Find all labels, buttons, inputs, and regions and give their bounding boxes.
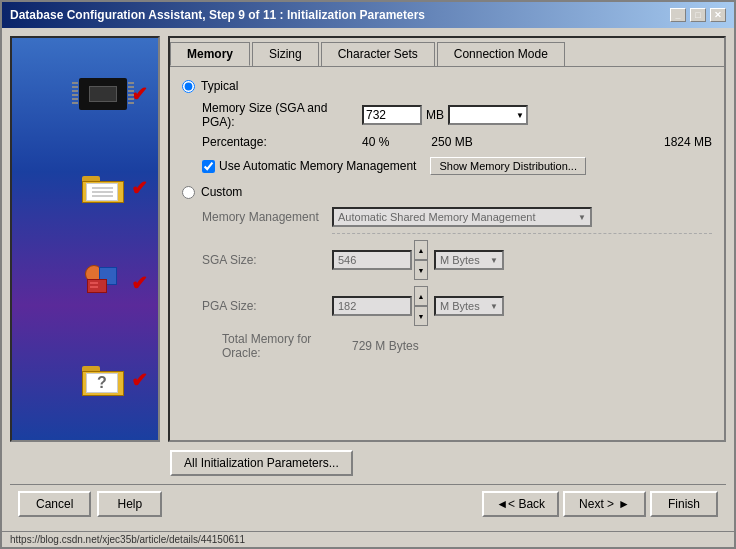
dropdown-arrow: ▼ (516, 111, 524, 120)
tabs-bar: Memory Sizing Character Sets Connection … (170, 38, 724, 66)
main-window: Database Configuration Assistant, Step 9… (0, 0, 736, 549)
percentage-250: 250 MB (412, 135, 492, 149)
title-controls: _ □ ✕ (670, 8, 726, 22)
checkmark-2: ✔ (131, 178, 148, 198)
folder-row-2: ? ✔ (22, 360, 148, 400)
percentage-label: Percentage: (202, 135, 362, 149)
memory-size-label: Memory Size (SGA and PGA): (202, 101, 362, 129)
typical-radio-row: Typical (182, 79, 712, 93)
pga-up[interactable]: ▲ (414, 286, 428, 306)
finish-button[interactable]: Finish (650, 491, 718, 517)
next-button[interactable]: Next > ► (563, 491, 646, 517)
memory-size-unit: MB (426, 108, 444, 122)
sga-unit[interactable]: M Bytes ▼ (434, 250, 504, 270)
help-button[interactable]: Help (97, 491, 162, 517)
percentage-max: 1824 MB (492, 135, 712, 149)
back-button[interactable]: ◄ < Back (482, 491, 559, 517)
typical-radio[interactable] (182, 80, 195, 93)
status-url: https://blog.csdn.net/xjec35b/article/de… (10, 534, 245, 545)
pga-unit[interactable]: M Bytes ▼ (434, 296, 504, 316)
custom-label: Custom (201, 185, 242, 199)
bottom-area: All Initialization Parameters... (10, 442, 726, 484)
percentage-value: 40 % (362, 135, 412, 149)
main-area: ✔ ✔ (10, 36, 726, 442)
mm-dropdown-arrow: ▼ (578, 213, 586, 222)
tab-character-sets[interactable]: Character Sets (321, 42, 435, 66)
all-params-button[interactable]: All Initialization Parameters... (170, 450, 353, 476)
total-value: 729 M Bytes (352, 339, 419, 353)
back-arrow-icon: ◄ (496, 497, 508, 511)
memory-dropdown[interactable]: ▼ (448, 105, 528, 125)
sga-input[interactable] (332, 250, 412, 270)
minimize-button[interactable]: _ (670, 8, 686, 22)
memory-management-dropdown[interactable]: Automatic Shared Memory Management ▼ (332, 207, 592, 227)
left-panel: ✔ ✔ (10, 36, 160, 442)
next-arrow-icon: ► (618, 497, 630, 511)
title-bar: Database Configuration Assistant, Step 9… (2, 2, 734, 28)
tab-memory[interactable]: Memory (170, 42, 250, 66)
memory-management-row: Memory Management Automatic Shared Memor… (202, 207, 712, 227)
pga-label: PGA Size: (202, 299, 332, 313)
total-label: Total Memory for Oracle: (222, 332, 352, 360)
window-body: ✔ ✔ (2, 28, 734, 531)
custom-radio[interactable] (182, 186, 195, 199)
sga-row: SGA Size: ▲ ▼ M Bytes ▼ (202, 240, 712, 280)
close-button[interactable]: ✕ (710, 8, 726, 22)
sga-down[interactable]: ▼ (414, 260, 428, 280)
memory-size-row: Memory Size (SGA and PGA): MB ▼ (202, 101, 712, 129)
checkbox-label: Use Automatic Memory Management (219, 159, 416, 173)
total-row: Total Memory for Oracle: 729 M Bytes (222, 332, 712, 360)
pga-row: PGA Size: ▲ ▼ M Bytes ▼ (202, 286, 712, 326)
sga-up[interactable]: ▲ (414, 240, 428, 260)
custom-radio-row: Custom (182, 185, 712, 199)
chip-row: ✔ (22, 78, 148, 110)
footer-right-buttons: ◄ < Back Next > ► Finish (482, 491, 718, 517)
memory-size-input[interactable] (362, 105, 422, 125)
tab-connection-mode[interactable]: Connection Mode (437, 42, 565, 66)
sga-label: SGA Size: (202, 253, 332, 267)
pga-down[interactable]: ▼ (414, 306, 428, 326)
custom-fields: Memory Management Automatic Shared Memor… (202, 207, 712, 360)
auto-memory-checkbox[interactable] (202, 160, 215, 173)
status-bar: https://blog.csdn.net/xjec35b/article/de… (2, 531, 734, 547)
tab-sizing[interactable]: Sizing (252, 42, 319, 66)
folder-row-1: ✔ (22, 170, 148, 205)
footer-left-buttons: Cancel Help (18, 491, 162, 517)
shapes-row: ✔ (22, 265, 148, 300)
show-memory-button[interactable]: Show Memory Distribution... (430, 157, 586, 175)
sga-unit-arrow: ▼ (490, 256, 498, 265)
right-panel: Memory Sizing Character Sets Connection … (168, 36, 726, 442)
footer: Cancel Help ◄ < Back Next > ► Finish (10, 484, 726, 523)
memory-management-label: Memory Management (202, 210, 332, 224)
pga-input[interactable] (332, 296, 412, 316)
separator (332, 233, 712, 234)
maximize-button[interactable]: □ (690, 8, 706, 22)
window-title: Database Configuration Assistant, Step 9… (10, 8, 425, 22)
checkbox-row: Use Automatic Memory Management Show Mem… (202, 157, 712, 175)
cancel-button[interactable]: Cancel (18, 491, 91, 517)
checkmark-4: ✔ (131, 370, 148, 390)
percentage-row: Percentage: 40 % 250 MB 1824 MB (202, 135, 712, 149)
checkmark-3: ✔ (131, 273, 148, 293)
pga-unit-arrow: ▼ (490, 302, 498, 311)
typical-label: Typical (201, 79, 238, 93)
tab-content-memory: Typical Memory Size (SGA and PGA): MB ▼ (170, 66, 724, 440)
